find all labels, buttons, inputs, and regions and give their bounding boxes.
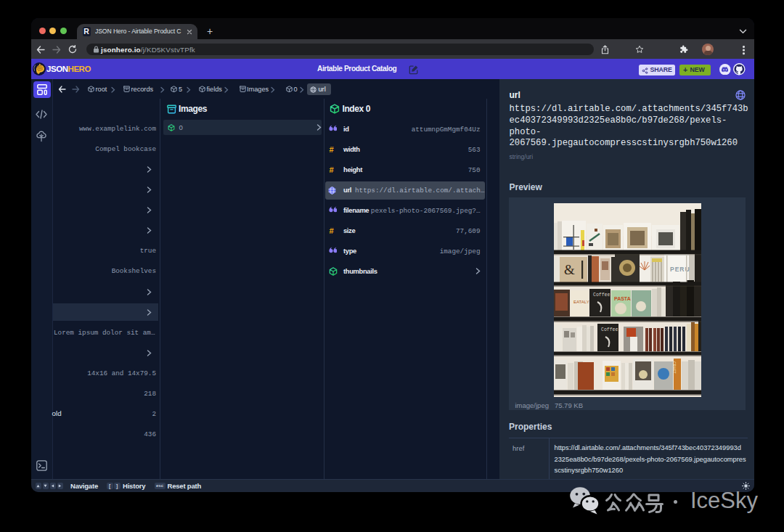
svg-text:Coffee: Coffee <box>601 327 618 332</box>
svg-text:EATALY: EATALY <box>573 300 589 304</box>
svg-text:PASTA: PASTA <box>614 296 631 301</box>
svg-text:Coffee: Coffee <box>593 292 611 298</box>
svg-text:CRAFT: CRAFT <box>672 361 677 374</box>
svg-text:&: & <box>564 262 575 277</box>
